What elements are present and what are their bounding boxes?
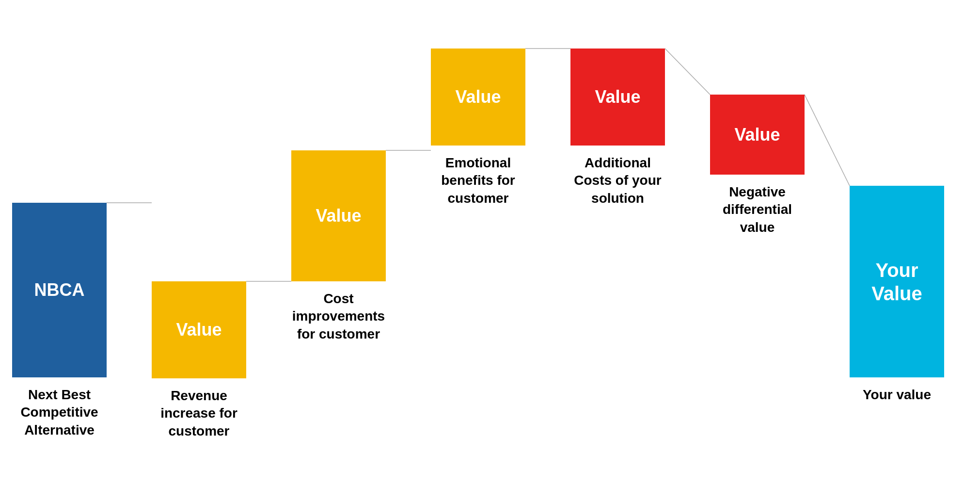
bar-group-your-value: Your Value Your value — [850, 186, 944, 404]
bar-negative: Value — [710, 95, 805, 175]
bar-revenue: Value — [152, 281, 246, 378]
waterfall-chart: NBCA Next Best Competitive Alternative V… — [0, 0, 980, 487]
bar-emotional-sublabel: Emotional benefits for customer — [431, 154, 525, 207]
svg-line-4 — [665, 49, 710, 95]
bar-group-negative: Value Negative differential value — [710, 95, 805, 236]
bar-group-cost: Value Cost improvements for customer — [291, 150, 386, 343]
bar-group-revenue: Value Revenue increase for customer — [152, 281, 246, 440]
bar-revenue-sublabel: Revenue increase for customer — [152, 387, 246, 440]
bar-negative-sublabel: Negative differential value — [710, 183, 805, 236]
bar-your-value-label: Your Value — [850, 259, 944, 305]
bar-group-nbca: NBCA Next Best Competitive Alternative — [12, 203, 107, 439]
bar-emotional: Value — [431, 49, 525, 146]
bar-cost-sublabel: Cost improvements for customer — [291, 290, 386, 343]
bar-additional-sublabel: Additional Costs of your solution — [570, 154, 665, 207]
bar-nbca: NBCA — [12, 203, 107, 377]
bar-cost: Value — [291, 150, 386, 281]
bar-additional-label: Value — [595, 86, 640, 107]
bar-your-value: Your Value — [850, 186, 944, 377]
bar-group-emotional: Value Emotional benefits for customer — [431, 49, 525, 207]
bar-additional: Value — [570, 49, 665, 146]
bar-nbca-label: NBCA — [34, 279, 85, 300]
bar-nbca-sublabel: Next Best Competitive Alternative — [12, 386, 107, 439]
bar-emotional-label: Value — [455, 86, 501, 107]
bar-group-additional: Value Additional Costs of your solution — [570, 49, 665, 207]
bar-revenue-label: Value — [176, 319, 221, 340]
bar-your-value-sublabel: Your value — [863, 386, 931, 404]
svg-line-5 — [805, 95, 850, 186]
bar-negative-label: Value — [734, 124, 780, 145]
bar-cost-label: Value — [316, 205, 361, 226]
